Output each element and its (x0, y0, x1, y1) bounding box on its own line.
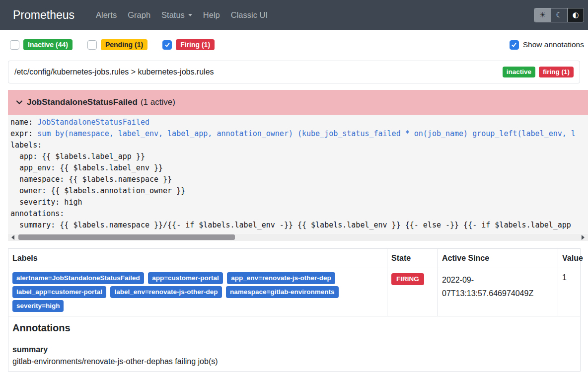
yaml-label-namespace: namespace: {{ $labels.namespace }} (10, 174, 588, 185)
pending-checkbox[interactable] (87, 40, 97, 50)
yaml-label-app: app: {{ $labels.label_app }} (10, 151, 588, 162)
alert-instances-table: Labels State Active Since Value alertnam… (8, 248, 581, 372)
label-badge-app-env: app_env=renovate-js-other-dep (227, 272, 335, 284)
label-badge-label-app: label_app=customer-portal (12, 286, 106, 298)
annotation-key: summary (12, 345, 576, 354)
label-badge-label-env: label_env=renovate-js-other-dep (110, 286, 221, 298)
alert-active-count: (1 active) (141, 97, 175, 107)
label-badge-app: app=customer-portal (148, 272, 223, 284)
annotation-cell: summary gitlab-environments/renovate-js-… (8, 340, 581, 372)
filter-inactive[interactable]: Inactive (44) (10, 39, 73, 50)
firing-checkbox[interactable] (162, 40, 172, 50)
firing-badge[interactable]: Firing (1) (176, 39, 215, 50)
rule-group-card: /etc/config/kubernetes-jobs.rules > kube… (8, 61, 580, 83)
table-header-row: Labels State Active Since Value (8, 249, 581, 268)
scrollbar-right-arrow[interactable] (582, 235, 585, 240)
alert-rule-section: JobStandaloneStatusFailed (1 active) nam… (8, 90, 588, 241)
alert-rule-definition: name: JobStandaloneStatusFailed expr: su… (8, 115, 588, 233)
label-badge-severity: severity=high (12, 300, 64, 312)
nav-help[interactable]: Help (203, 10, 220, 20)
nav-alerts[interactable]: Alerts (96, 10, 117, 20)
theme-toggle-group: ☀ ☾ ◐ (534, 8, 584, 22)
col-header-state: State (387, 249, 438, 268)
theme-dark-button[interactable]: ☾ (551, 8, 567, 22)
yaml-labels-header: labels: (10, 140, 588, 151)
yaml-expr-line: expr: sum by(namespace, label_env, label… (10, 128, 588, 140)
inactive-badge[interactable]: Inactive (44) (23, 39, 73, 50)
caret-down-icon (188, 14, 192, 16)
alert-filter-bar: Inactive (44) Pending (1) Firing (1) Sho… (0, 39, 588, 50)
pending-badge[interactable]: Pending (1) (101, 39, 147, 50)
alert-rule-header[interactable]: JobStandaloneStatusFailed (1 active) (8, 90, 588, 115)
show-annotations-label: Show annotations (523, 40, 584, 49)
nav-status-dropdown[interactable]: Status (161, 10, 192, 20)
nav-graph[interactable]: Graph (128, 10, 150, 20)
horizontal-scrollbar[interactable] (8, 233, 588, 241)
show-annotations-toggle[interactable]: Show annotations (510, 40, 584, 50)
circle-half-icon: ◐ (572, 10, 579, 19)
nav-status-label: Status (161, 10, 185, 20)
theme-light-button[interactable]: ☀ (534, 8, 551, 22)
col-header-value: Value (558, 249, 581, 268)
sun-icon: ☀ (539, 10, 546, 19)
chevron-down-icon (15, 98, 24, 107)
annotations-heading-row: Annotations (8, 316, 581, 340)
yaml-label-app-env: app_env: {{ $labels.label_env }} (10, 162, 588, 174)
label-badge-namespace: namespace=gitlab-environments (226, 286, 338, 298)
alert-instance-row: alertname=JobStandaloneStatusFailed app=… (8, 268, 581, 316)
scrollbar-left-arrow[interactable] (11, 235, 14, 240)
app-brand[interactable]: Prometheus (13, 8, 74, 22)
yaml-label-owner: owner: {{ $labels.annotation_owner }} (10, 185, 588, 197)
scrollbar-thumb[interactable] (18, 234, 235, 240)
navbar: Prometheus Alerts Graph Status Help Clas… (0, 0, 588, 30)
col-header-labels: Labels (8, 249, 387, 268)
show-annotations-checkbox[interactable] (510, 40, 519, 50)
yaml-name-line: name: JobStandaloneStatusFailed (10, 117, 588, 128)
yaml-summary-line: summary: {{ $labels.namespace }}/{{- if … (10, 220, 588, 231)
active-since-cell: 2022-09-07T13:13:57.646974049Z (438, 268, 558, 316)
state-cell: FIRING (387, 268, 438, 316)
theme-auto-button[interactable]: ◐ (567, 8, 584, 22)
moon-icon: ☾ (556, 10, 562, 19)
filter-pending[interactable]: Pending (1) (87, 39, 147, 50)
rule-inactive-count-badge: inactive (503, 67, 535, 77)
alert-rule-name: JobStandaloneStatusFailed (27, 97, 138, 107)
state-badge: FIRING (391, 273, 424, 285)
value-cell: 1 (558, 268, 581, 316)
labels-cell: alertname=JobStandaloneStatusFailed app=… (8, 268, 387, 316)
annotation-value: gitlab-environments/renovate-js-other-de… (12, 357, 576, 366)
annotation-row: summary gitlab-environments/renovate-js-… (8, 340, 581, 372)
annotations-heading: Annotations (8, 316, 581, 340)
scrollbar-track[interactable] (16, 233, 580, 241)
nav-classic-ui[interactable]: Classic UI (231, 10, 268, 20)
yaml-annotations-header: annotations: (10, 208, 588, 220)
filter-firing[interactable]: Firing (1) (162, 39, 215, 50)
yaml-label-severity: severity: high (10, 197, 588, 208)
rule-group-title: /etc/config/kubernetes-jobs.rules > kube… (14, 68, 499, 76)
inactive-checkbox[interactable] (10, 40, 19, 50)
label-badge-alertname: alertname=JobStandaloneStatusFailed (12, 272, 144, 284)
rule-firing-count-badge: firing (1) (539, 67, 574, 77)
check-icon (164, 42, 170, 48)
col-header-active-since: Active Since (438, 249, 558, 268)
check-icon (511, 42, 517, 48)
